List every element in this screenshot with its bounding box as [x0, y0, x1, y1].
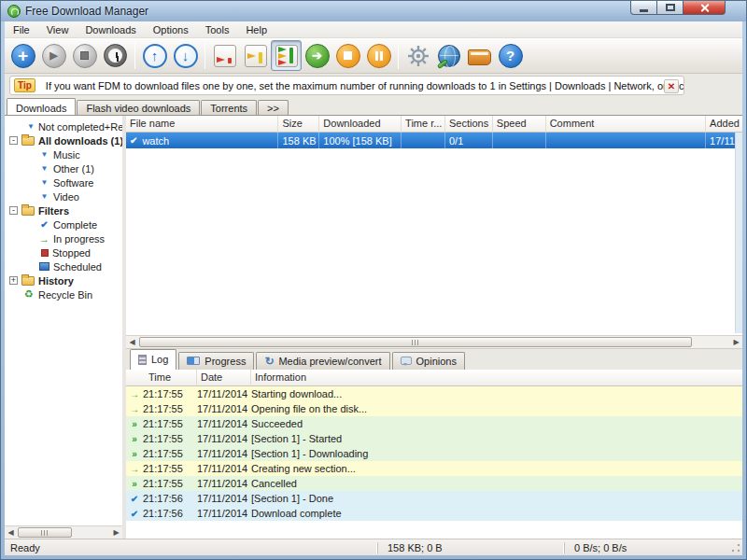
folder-icon	[21, 276, 35, 286]
menu-tools[interactable]: Tools	[197, 22, 238, 37]
log-date: 17/11/2014	[197, 433, 251, 444]
log-start-arrow-icon: →	[126, 404, 143, 414]
log-row: ✔21:17:5617/11/2014Download complete	[126, 506, 742, 521]
tree-item-stopped[interactable]: Stopped	[5, 245, 122, 259]
tree-item-recycle-bin[interactable]: ♻Recycle Bin	[5, 287, 122, 301]
tutorial-button[interactable]	[464, 40, 495, 71]
minimize-button[interactable]	[630, 1, 657, 15]
tree-item-other[interactable]: ▼Other (1)	[5, 161, 122, 175]
menu-file[interactable]: File	[5, 22, 38, 37]
sidebar-horizontal-scrollbar[interactable]: ◀ ▶	[5, 525, 122, 539]
tip-bar: Tip If you want FDM to download files on…	[5, 74, 742, 98]
tab-downloads[interactable]: Downloads	[7, 98, 76, 115]
folder-icon	[21, 136, 35, 146]
stop-all-icon	[336, 44, 360, 68]
log-column-date[interactable]: Date	[197, 370, 251, 386]
log-column-information[interactable]: Information	[251, 370, 742, 386]
menu-downloads[interactable]: Downloads	[77, 22, 144, 37]
tree-item-music[interactable]: ▼Music	[5, 147, 122, 161]
menu-options[interactable]: Options	[145, 22, 197, 37]
move-up-button[interactable]: ↑	[139, 40, 170, 71]
column-header-added[interactable]: Added	[706, 116, 742, 133]
tree-item-not-completed[interactable]: ▼Not completed+Rec	[5, 119, 122, 133]
column-header-downloaded[interactable]: Downloaded	[319, 116, 402, 133]
scheduler-button[interactable]	[100, 40, 131, 71]
column-header-sections[interactable]: Sections	[445, 116, 493, 133]
log-time: 21:17:55	[143, 478, 197, 489]
recycle-bin-icon: ♻	[23, 288, 35, 301]
tab-media-preview-convert[interactable]: ↻Media preview/convert	[256, 352, 389, 370]
collapse-expander-icon[interactable]: -	[9, 136, 18, 145]
tree-item-video[interactable]: ▼Video	[5, 189, 122, 203]
column-header-file-name[interactable]: File name	[126, 116, 278, 133]
log-progress-chevron-icon: »	[126, 434, 143, 444]
category-arrow-icon: ▼	[27, 122, 35, 131]
stop-download-button[interactable]	[69, 40, 100, 71]
column-header-comment[interactable]: Comment	[546, 116, 706, 133]
download-row-selected[interactable]: ✔watch 158 KB 100% [158 KB] 0/1 17/11/20…	[126, 133, 742, 148]
speed-limit-full-button[interactable]	[271, 40, 302, 71]
maximize-button[interactable]	[657, 1, 684, 15]
move-down-button[interactable]: ↓	[170, 40, 201, 71]
log-info: [Section 1] - Started	[251, 433, 742, 444]
column-header-size[interactable]: Size	[278, 116, 319, 133]
scrollbar-thumb[interactable]	[139, 337, 692, 347]
downloads-vertical-scrollbar[interactable]	[735, 133, 742, 333]
status-ready: Ready	[5, 542, 377, 553]
log-time: 21:17:55	[143, 403, 197, 414]
settings-button[interactable]	[402, 40, 433, 71]
tree-item-complete[interactable]: ✔Complete	[5, 217, 122, 231]
log-info: Cancelled	[251, 478, 742, 489]
downloads-horizontal-scrollbar[interactable]: ◀ ▶	[126, 335, 742, 348]
add-download-button[interactable]: +	[7, 40, 38, 71]
tab-log[interactable]: Log	[130, 349, 176, 370]
close-button[interactable]	[684, 1, 726, 15]
browser-integration-button[interactable]	[433, 40, 464, 71]
tip-close-button[interactable]: ✕	[664, 79, 679, 93]
collapse-expander-icon[interactable]: -	[9, 206, 18, 215]
scroll-right-icon[interactable]: ▶	[730, 338, 742, 346]
tree-item-scheduled[interactable]: Scheduled	[5, 259, 122, 273]
tree-item-in-progress[interactable]: →In progress	[5, 231, 122, 245]
help-button[interactable]: ?	[495, 40, 526, 71]
tab-torrents[interactable]: Torrents	[201, 100, 257, 115]
category-arrow-icon: ▼	[39, 164, 49, 173]
tab-opinions[interactable]: Opinions	[392, 352, 465, 370]
toolbar-separator	[204, 43, 205, 69]
log-date: 17/11/2014	[197, 388, 251, 399]
log-time: 21:17:56	[143, 493, 197, 504]
media-convert-icon: ↻	[264, 355, 274, 368]
scroll-left-icon[interactable]: ◀	[126, 338, 138, 346]
speed-limit-light-button[interactable]	[209, 40, 240, 71]
minimize-icon	[640, 9, 648, 12]
scroll-right-icon[interactable]: ▶	[110, 528, 122, 537]
expand-expander-icon[interactable]: +	[9, 276, 18, 285]
start-all-button[interactable]: ➔	[302, 40, 332, 71]
stop-all-button[interactable]	[332, 40, 363, 71]
start-download-button[interactable]: ▶	[38, 40, 69, 71]
toolbar-separator	[398, 43, 399, 69]
speed-limit-medium-button[interactable]	[240, 40, 271, 71]
column-header-time-remaining[interactable]: Time r...	[402, 116, 445, 133]
column-header-speed[interactable]: Speed	[493, 116, 546, 133]
tab-media-label: Media preview/convert	[278, 356, 381, 367]
close-icon	[699, 3, 710, 13]
tree-item-filters[interactable]: -Filters	[5, 203, 122, 217]
log-time: 21:17:55	[143, 463, 197, 474]
scrollbar-thumb[interactable]	[18, 527, 72, 538]
menu-view[interactable]: View	[38, 22, 78, 37]
pause-all-button[interactable]	[363, 40, 394, 71]
tab-progress[interactable]: Progress	[178, 352, 254, 370]
tree-item-history[interactable]: +History	[5, 273, 122, 287]
tree-item-software[interactable]: ▼Software	[5, 175, 122, 189]
resize-grip[interactable]	[730, 542, 741, 553]
log-column-time[interactable]: Time	[126, 370, 197, 386]
tree-item-all-downloads[interactable]: -All downloads (1)	[5, 133, 122, 147]
log-done-check-icon: ✔	[126, 494, 143, 504]
status-bar: Ready 158 KB; 0 B 0 B/s; 0 B/s	[5, 539, 742, 555]
tab-more[interactable]: >>	[258, 100, 289, 115]
tab-flash-video-downloads[interactable]: Flash video downloads	[77, 100, 200, 115]
tab-log-label: Log	[151, 354, 168, 365]
scroll-left-icon[interactable]: ◀	[5, 528, 17, 537]
menu-help[interactable]: Help	[237, 22, 275, 37]
